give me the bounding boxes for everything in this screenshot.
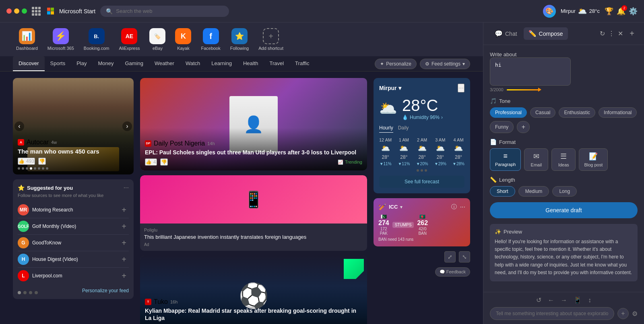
humidity-icon: 💧 xyxy=(402,115,408,120)
tone-casual[interactable]: Casual xyxy=(530,107,555,118)
weather-temp: 28°C xyxy=(402,96,443,115)
soccer-like-button[interactable]: 👍 4 xyxy=(145,158,157,166)
footer-mobile-button[interactable]: 📱 xyxy=(574,296,582,304)
shortcut-ebay[interactable]: 🏷️ eBay xyxy=(149,28,165,51)
tab-weather[interactable]: Weather xyxy=(149,56,180,71)
footer-settings-button[interactable]: ⚙ xyxy=(632,310,638,318)
footer-chat-input[interactable] xyxy=(490,307,614,320)
news-feed: 📊 Dashboard ⚡ Microsoft 365 B. Booking.c… xyxy=(0,23,483,324)
personalize-feed-link[interactable]: Personalize your feed xyxy=(82,288,129,293)
weather-more-button[interactable]: ··· xyxy=(458,84,464,92)
tone-professional[interactable]: Professional xyxy=(490,107,527,118)
footer-back-button[interactable]: ← xyxy=(548,296,554,304)
footer-add-button[interactable]: + xyxy=(617,308,629,319)
feedback-row: 🗨️ Feedback xyxy=(374,267,470,277)
suggested-bottom-bar: Personalize your feed xyxy=(18,287,129,294)
shortcut-kayak[interactable]: K Kayak xyxy=(175,28,191,51)
tab-travel[interactable]: Travel xyxy=(264,56,289,71)
generate-draft-button[interactable]: Generate draft xyxy=(490,202,638,218)
tab-learning[interactable]: Learning xyxy=(206,56,237,71)
tab-gaming[interactable]: Gaming xyxy=(119,56,149,71)
tab-play[interactable]: Play xyxy=(71,56,92,71)
format-icon: 📄 xyxy=(490,139,497,145)
tab-traffic[interactable]: Traffic xyxy=(289,56,315,71)
prev-arrow[interactable]: ‹ xyxy=(14,121,24,131)
liverpool-add-button[interactable]: + xyxy=(119,271,129,281)
featured-card[interactable]: A Autocar 4w The man who owns 450 cars 👍… xyxy=(13,78,134,174)
length-long[interactable]: Long xyxy=(552,186,577,197)
shortcut-aliexpress[interactable]: AE AliExpress xyxy=(119,28,140,51)
stumps-label: STUMPS xyxy=(395,223,412,227)
length-short[interactable]: Short xyxy=(490,186,515,197)
tone-funny[interactable]: Funny xyxy=(490,121,514,133)
shortcut-add[interactable]: + Add shortcut xyxy=(258,28,283,51)
featured-dislike-button[interactable]: 👎 xyxy=(38,158,46,165)
search-input[interactable] xyxy=(116,8,223,14)
tone-add-button[interactable]: + xyxy=(517,121,530,133)
tab-money[interactable]: Money xyxy=(92,56,119,71)
golf-add-button[interactable]: + xyxy=(119,221,129,231)
soccer-dislike-button[interactable]: 👎 xyxy=(160,158,168,166)
tab-discover[interactable]: Discover xyxy=(13,56,45,71)
shortcut-booking[interactable]: B. Booking.com xyxy=(84,28,109,51)
motoring-add-button[interactable]: + xyxy=(119,205,129,215)
personalize-button[interactable]: ✦ Personalize xyxy=(375,59,417,69)
next-arrow[interactable]: › xyxy=(122,121,132,131)
weather-forecast-button[interactable]: See full forecast xyxy=(379,176,464,188)
featured-like-button[interactable]: 👍 493 xyxy=(18,158,35,165)
japanese-ad-label: Ad xyxy=(144,242,363,247)
collapse-button[interactable]: ⤡ xyxy=(459,251,470,262)
shortcut-microsoft365[interactable]: ⚡ Microsoft 365 xyxy=(47,28,74,51)
shortcut-following[interactable]: ⭐ Following xyxy=(230,28,249,51)
length-label: 📏 Length xyxy=(490,176,638,183)
trophy-icon[interactable]: 🏆 xyxy=(605,7,613,16)
weather-tab-hourly[interactable]: Hourly xyxy=(379,125,393,133)
write-textarea[interactable]: hi xyxy=(490,57,571,86)
soccer-card[interactable]: 👤 DP Daily Post Nigeria 14h EPL: Paul Sc… xyxy=(140,78,367,170)
icc-stumps: STUMPS xyxy=(392,222,414,228)
apps-grid-icon[interactable] xyxy=(32,7,41,16)
footer-share-button[interactable]: ↕ xyxy=(588,296,591,304)
feedback-button[interactable]: 🗨️ Feedback xyxy=(435,267,470,277)
copilot-more-button[interactable]: ⋮ xyxy=(608,30,615,37)
length-medium[interactable]: Medium xyxy=(518,186,549,197)
golf-logo: GOLF xyxy=(18,221,29,232)
weather-tab-daily[interactable]: Daily xyxy=(398,125,409,133)
notifications-button[interactable]: 🔔 2 xyxy=(617,7,625,16)
suggested-more-button[interactable]: ··· xyxy=(124,184,129,191)
copilot-add-button[interactable]: + xyxy=(626,28,638,39)
house-add-button[interactable]: + xyxy=(119,254,129,264)
tab-health[interactable]: Health xyxy=(237,56,264,71)
goodto-add-button[interactable]: + xyxy=(119,238,129,248)
maximize-button[interactable] xyxy=(22,8,27,14)
tone-informational[interactable]: Informational xyxy=(599,107,637,118)
icc-info-button[interactable]: ⓘ xyxy=(451,203,457,211)
chat-tab[interactable]: 💬 Chat xyxy=(490,27,522,40)
format-email[interactable]: ✉ Email xyxy=(524,148,548,171)
search-bar[interactable]: 🔍 xyxy=(100,6,229,17)
settings-button[interactable]: ⚙️ xyxy=(629,7,638,16)
format-blogpost[interactable]: 📝 Blog post xyxy=(579,148,608,171)
refresh-button[interactable]: ↻ xyxy=(600,30,605,37)
expand-button[interactable]: ⤢ xyxy=(444,251,456,262)
japanese-card[interactable]: 📱 Poliglu This brilliant Japanese invent… xyxy=(140,175,367,251)
mbappe-card[interactable]: ⚽ T Tuko 16h Kylian Mbappe: Real Madrid … xyxy=(140,256,367,324)
tab-watch[interactable]: Watch xyxy=(180,56,206,71)
close-button[interactable] xyxy=(6,8,12,14)
format-paragraph[interactable]: ≡ Paragraph xyxy=(490,148,521,171)
liverpool-logo: L xyxy=(18,270,29,281)
footer-forward-button[interactable]: → xyxy=(561,296,567,304)
format-ideas[interactable]: ☰ Ideas xyxy=(551,148,576,171)
icc-more-button[interactable]: ··· xyxy=(460,203,465,211)
weather-main: 🌥️ 28°C 💧 Humidity 96% › xyxy=(379,96,464,120)
tab-sports[interactable]: Sports xyxy=(45,56,71,71)
copilot-button[interactable]: 🎨 xyxy=(543,5,556,18)
feed-settings-button[interactable]: ⚙ Feed settings ▾ xyxy=(420,59,470,69)
minimize-button[interactable] xyxy=(14,8,19,14)
shortcut-facebook[interactable]: f Facebook xyxy=(201,28,220,51)
shortcut-dashboard[interactable]: 📊 Dashboard xyxy=(16,28,38,51)
compose-tab[interactable]: ✏️ Compose xyxy=(524,27,568,40)
copilot-close-button[interactable]: ✕ xyxy=(618,30,623,37)
tone-enthusiastic[interactable]: Enthusiastic xyxy=(559,107,595,118)
footer-refresh-button[interactable]: ↺ xyxy=(536,296,541,304)
